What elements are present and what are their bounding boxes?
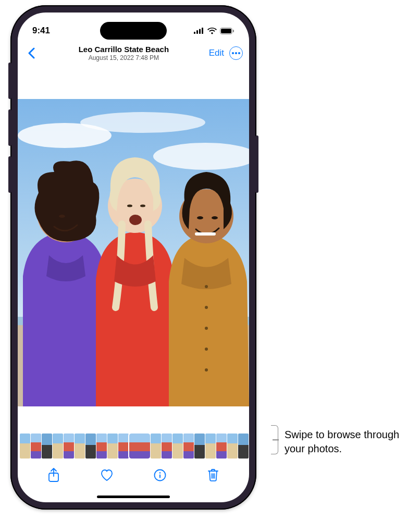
svg-point-24 [205,306,208,309]
svg-rect-3 [202,28,203,34]
screen: 9:41 Le [18,13,249,502]
cellular-signal-icon [194,28,204,34]
share-button[interactable] [43,468,64,482]
delete-button[interactable] [203,468,224,482]
thumbnail[interactable] [183,434,194,459]
home-indicator[interactable] [18,491,249,502]
thumbnail[interactable] [238,434,249,459]
callout-bracket-icon [271,425,278,454]
bottom-toolbar [18,461,249,491]
thumbnail[interactable] [42,434,52,459]
thumbnail[interactable] [227,434,238,459]
favorite-button[interactable] [96,469,117,481]
callout-text: Swipe to browse through your photos. [285,428,420,456]
svg-rect-6 [233,30,234,32]
thumbnail[interactable] [31,434,41,459]
phone-frame: 9:41 Le [10,5,256,510]
nav-bar: Leo Carrillo State Beach August 15, 2022… [18,42,249,67]
thumbnail[interactable] [162,434,172,459]
share-icon [48,468,59,482]
thumbnail-selected[interactable] [129,434,150,459]
svg-point-14 [59,215,65,218]
svg-point-23 [205,285,208,288]
edit-button[interactable]: Edit [209,48,224,58]
thumbnail[interactable] [85,434,96,459]
location-title: Leo Carrillo State Beach [42,45,206,54]
status-indicators [194,28,234,34]
info-icon [154,469,166,481]
back-button[interactable] [24,47,39,59]
thumbnail[interactable] [194,434,205,459]
svg-rect-2 [199,29,201,34]
svg-point-21 [212,216,218,219]
dynamic-island [100,22,167,40]
status-time: 9:41 [32,26,50,36]
svg-rect-22 [195,232,216,236]
battery-icon [220,28,234,34]
thumbnail-strip[interactable] [18,431,249,461]
svg-rect-0 [194,32,195,34]
thumbnail[interactable] [216,434,227,459]
thumbnail[interactable] [96,434,107,459]
svg-point-9 [80,112,205,133]
svg-point-20 [197,216,203,219]
thumbnail[interactable] [53,434,63,459]
svg-point-26 [205,348,208,351]
ellipsis-icon [232,52,240,54]
svg-point-18 [129,215,142,225]
photo-viewer[interactable] [18,67,249,431]
thumbnail[interactable] [172,434,183,459]
wifi-icon [207,28,217,34]
main-photo[interactable] [18,99,249,406]
svg-point-16 [127,205,132,207]
trash-icon [207,468,219,482]
callout: Swipe to browse through your photos. [271,427,420,456]
svg-rect-5 [221,29,231,33]
info-button[interactable] [150,469,170,481]
thumbnail[interactable] [118,434,129,459]
nav-title-group: Leo Carrillo State Beach August 15, 2022… [42,45,206,61]
svg-rect-31 [159,475,160,478]
thumbnail[interactable] [205,434,216,459]
svg-point-27 [205,368,208,372]
svg-point-17 [140,205,145,207]
more-button[interactable] [229,46,243,60]
svg-point-30 [159,472,161,474]
thumbnail[interactable] [64,434,74,459]
svg-rect-1 [196,30,198,34]
thumbnail[interactable] [151,434,161,459]
thumbnail[interactable] [107,434,118,459]
heart-icon [100,469,114,481]
date-time-subtitle: August 15, 2022 7:48 PM [42,54,206,61]
thumbnail[interactable] [75,434,85,459]
thumbnail[interactable] [20,434,30,459]
svg-point-25 [205,327,208,330]
